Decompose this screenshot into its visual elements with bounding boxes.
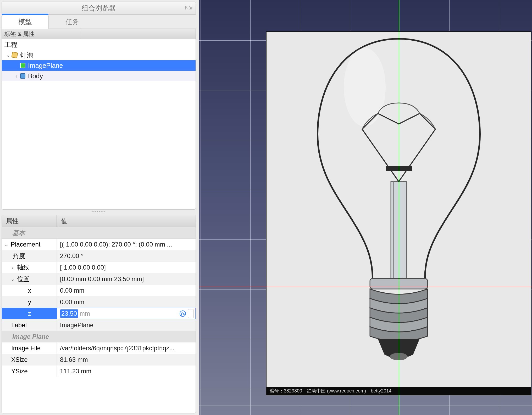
expression-icon[interactable]: ƒx [180, 310, 186, 317]
prop-angle[interactable]: 角度 270.00 ° [2, 250, 196, 262]
tree-header-label: 标签 & 属性 [2, 29, 80, 39]
tree-item-label: ImagePlane [28, 62, 63, 69]
axis-y [399, 0, 399, 415]
z-value-input[interactable]: 23.50 [60, 309, 78, 318]
prop-axis[interactable]: › 轴线 [-1.00 0.00 0.00] [2, 262, 196, 273]
tree-root[interactable]: 工程 [2, 39, 196, 50]
prop-x[interactable]: x 0.00 mm [2, 285, 196, 296]
tree-item-lightbulb[interactable]: ⌄ 灯泡 [2, 50, 196, 60]
combo-view-panel: 组合浏览器 ⇱⇲ 模型 任务 标签 & 属性 工程 ⌄ 灯泡 ImagePlan… [0, 0, 199, 415]
spin-down-icon[interactable]: ˅ [188, 314, 193, 318]
3d-viewport[interactable]: 编号：3829800 红动中国 (www.redocn.com) betty20… [199, 0, 532, 415]
caption-id: 编号：3829800 [270, 388, 302, 394]
tree-item-imageplane[interactable]: ImagePlane [2, 60, 196, 71]
prop-y[interactable]: y 0.00 mm [2, 296, 196, 308]
tree-item-label: Body [28, 72, 43, 80]
prop-label[interactable]: Label ImagePlane [2, 319, 196, 331]
panel-title-bar: 组合浏览器 ⇱⇲ [2, 2, 196, 15]
chevron-down-icon[interactable]: ⌄ [2, 241, 11, 248]
tree-item-body[interactable]: › Body [2, 71, 196, 81]
spin-up-icon[interactable]: ˄ [188, 309, 193, 314]
chevron-right-icon[interactable]: › [8, 264, 17, 270]
body-icon [20, 73, 25, 79]
tab-tasks[interactable]: 任务 [49, 15, 96, 29]
section-base: 基本 [2, 227, 196, 239]
prop-image-file[interactable]: Image File /var/folders/6q/mqnspc7j2331p… [2, 342, 196, 354]
prop-z[interactable]: z 23.50 mm ƒx ˄˅ [2, 308, 196, 319]
caption-author: betty2014 [371, 388, 391, 394]
document-icon [11, 52, 18, 58]
prop-placement[interactable]: ⌄ Placement [(-1.00 0.00 0.00); 270.00 °… [2, 239, 196, 250]
prop-xsize[interactable]: XSize 81.63 mm [2, 354, 196, 365]
prop-position[interactable]: ⌄ 位置 [0.00 mm 0.00 mm 23.50 mm] [2, 273, 196, 285]
property-panel: 属性 值 基本 ⌄ Placement [(-1.00 0.00 0.00); … [2, 215, 196, 413]
prop-ysize[interactable]: YSize 111.23 mm [2, 365, 196, 377]
splitter-handle[interactable]: •••••••• [0, 210, 197, 215]
prop-header-val: 值 [57, 215, 196, 227]
prop-header-attr: 属性 [2, 215, 57, 227]
axis-x [199, 287, 532, 287]
tab-model[interactable]: 模型 [2, 15, 49, 29]
chevron-down-icon[interactable]: ⌄ [4, 52, 12, 58]
tree-root-label: 工程 [4, 40, 18, 49]
caption-site: 红动中国 (www.redocn.com) [307, 388, 366, 394]
model-tree[interactable]: 工程 ⌄ 灯泡 ImagePlane › Body [2, 39, 196, 210]
chevron-right-icon[interactable]: › [13, 73, 20, 79]
property-header: 属性 值 [2, 215, 196, 227]
tree-header: 标签 & 属性 [2, 29, 196, 39]
spin-buttons[interactable]: ˄˅ [188, 309, 194, 318]
panel-title: 组合浏览器 [82, 4, 116, 13]
chevron-down-icon[interactable]: ⌄ [8, 276, 17, 282]
tab-strip: 模型 任务 [2, 15, 196, 29]
image-plane-icon [20, 63, 25, 68]
collapse-icon[interactable]: ⇱⇲ [185, 5, 192, 11]
tree-item-label: 灯泡 [20, 51, 33, 59]
section-image-plane: Image Plane [2, 331, 196, 342]
